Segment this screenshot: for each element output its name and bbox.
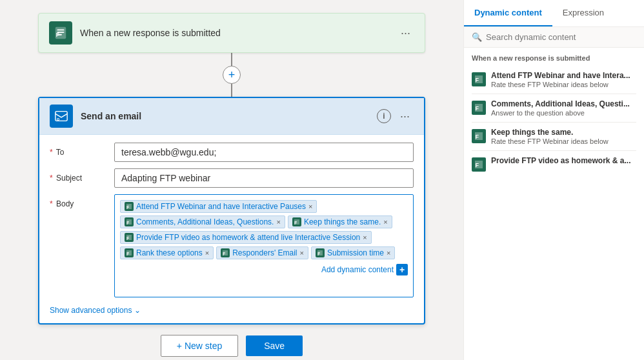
tag-label: Keep things the same. (304, 217, 381, 226)
body-tag: F Attend FTP Webinar and have Interactiv… (120, 200, 317, 213)
svg-text:F: F (56, 32, 59, 38)
body-input-area[interactable]: F Attend FTP Webinar and have Interactiv… (114, 194, 414, 297)
panel-item[interactable]: F Provide FTP video as homework & a... (464, 151, 644, 177)
body-tags-row: F Attend FTP Webinar and have Interactiv… (120, 200, 408, 259)
panel-items-list: When a new response is submitted F Atten… (464, 48, 644, 360)
panel-item-name: Attend FTP Webinar and have Intera... (491, 71, 636, 80)
info-button[interactable]: i (377, 109, 391, 123)
connector-line (231, 53, 232, 66)
action-card-header: o Send an email i ··· (39, 98, 424, 135)
add-step-button[interactable]: + (223, 66, 241, 84)
action-more-button[interactable]: ··· (396, 108, 414, 125)
tab-dynamic-content[interactable]: Dynamic content (464, 0, 552, 26)
show-advanced-section: Show advanced options ⌄ (50, 304, 414, 315)
panel-item-desc: Rate these FTP Webinar ideas below (491, 137, 636, 145)
forms-icon-svg: F (54, 26, 68, 40)
tag-label: Provide FTP video as homework & attend l… (136, 233, 360, 242)
svg-text:F: F (476, 134, 479, 140)
body-tag: F Keep things the same. × (288, 215, 392, 228)
tag-close-button[interactable]: × (363, 234, 367, 241)
body-field-row: * Body F Attend FTP Webinar and have Int… (50, 194, 414, 297)
add-dynamic-icon: + (396, 264, 408, 275)
tag-label: Rank these options (136, 248, 203, 257)
right-panel: Dynamic content Expression 🔍 When a new … (463, 0, 644, 360)
body-tag: F Submission time × (311, 246, 395, 259)
body-tag: F Provide FTP video as homework & attend… (120, 231, 372, 244)
svg-text:o: o (57, 116, 60, 122)
bottom-bar: + New step Save (13, 325, 450, 360)
to-label: * To (50, 143, 114, 157)
new-step-button[interactable]: + New step (161, 335, 238, 357)
tag-close-button[interactable]: × (387, 250, 390, 257)
show-advanced-button[interactable]: Show advanced options ⌄ (50, 306, 141, 315)
tag-icon: F (292, 217, 301, 226)
trigger-more-button[interactable]: ··· (397, 25, 414, 41)
tag-icon: F (316, 248, 325, 257)
svg-text:F: F (126, 205, 130, 210)
step-connector: + (223, 53, 241, 97)
action-icon: o (50, 105, 73, 128)
trigger-card-menu: ··· (397, 25, 414, 41)
panel-item-desc: Rate these FTP Webinar ideas below (491, 81, 636, 88)
tag-close-button[interactable]: × (205, 250, 209, 257)
tag-icon: F (125, 233, 134, 242)
svg-text:F: F (294, 221, 297, 225)
panel-item[interactable]: F Comments, Additional Ideas, Questi... … (464, 94, 644, 122)
panel-item-icon: F (472, 129, 486, 143)
body-tag: F Rank these options × (120, 246, 214, 259)
save-button[interactable]: Save (246, 335, 303, 356)
panel-item-name: Provide FTP video as homework & a... (491, 156, 636, 165)
tag-label: Comments, Additional Ideas, Questions. (136, 217, 274, 226)
panel-item-text: Keep things the same. Rate these FTP Web… (491, 128, 636, 145)
panel-item-text: Attend FTP Webinar and have Intera... Ra… (491, 71, 636, 88)
svg-text:F: F (223, 252, 226, 256)
action-card: o Send an email i ··· * To (38, 97, 425, 325)
to-input[interactable] (114, 143, 414, 162)
tag-icon: F (125, 202, 134, 211)
body-tag: F Comments, Additional Ideas, Questions.… (120, 215, 285, 228)
subject-input[interactable] (114, 168, 414, 188)
svg-text:F: F (476, 162, 479, 168)
trigger-card: F When a new response is submitted ··· (38, 13, 425, 53)
tag-icon: F (125, 217, 134, 226)
panel-item-text: Comments, Additional Ideas, Questi... An… (491, 99, 636, 117)
required-star-3: * (50, 199, 53, 208)
add-dynamic-button[interactable]: Add dynamic content + (321, 264, 408, 275)
panel-tabs: Dynamic content Expression (464, 0, 644, 27)
connector-line-2 (231, 84, 232, 97)
panel-item[interactable]: F Attend FTP Webinar and have Intera... … (464, 66, 644, 94)
subject-label: * Subject (50, 168, 114, 183)
panel-item-name: Comments, Additional Ideas, Questi... (491, 99, 636, 108)
tag-close-button[interactable]: × (308, 203, 312, 210)
panel-item-icon: F (472, 101, 486, 115)
panel-item-icon: F (472, 72, 486, 86)
tag-close-button[interactable]: × (276, 219, 280, 226)
svg-rect-1 (57, 30, 65, 31)
add-dynamic-link: Add dynamic content + (120, 263, 408, 275)
action-title: Send an email (81, 111, 377, 121)
tag-close-button[interactable]: × (300, 250, 304, 257)
panel-section-title: When a new response is submitted (464, 48, 644, 66)
search-box: 🔍 (464, 27, 644, 48)
tag-close-button[interactable]: × (383, 219, 387, 226)
outlook-icon-svg: o (54, 109, 68, 123)
tag-icon: F (125, 248, 134, 257)
to-field-row: * To (50, 143, 414, 162)
panel-item-icon: F (472, 157, 486, 172)
svg-text:F: F (476, 77, 479, 83)
panel-item-text: Provide FTP video as homework & a... (491, 156, 636, 165)
panel-item[interactable]: F Keep things the same. Rate these FTP W… (464, 123, 644, 150)
search-icon: 🔍 (472, 32, 482, 42)
search-input[interactable] (486, 32, 636, 42)
svg-text:F: F (126, 252, 130, 256)
chevron-down-icon: ⌄ (134, 306, 141, 315)
svg-text:F: F (126, 236, 130, 241)
trigger-title: When a new response is submitted (80, 28, 397, 38)
required-star: * (50, 148, 53, 157)
tag-icon: F (221, 248, 230, 257)
svg-text:F: F (126, 221, 130, 225)
tab-expression[interactable]: Expression (552, 0, 614, 26)
svg-text:F: F (476, 105, 479, 112)
body-label: * Body (50, 194, 114, 208)
trigger-icon: F (49, 21, 72, 45)
